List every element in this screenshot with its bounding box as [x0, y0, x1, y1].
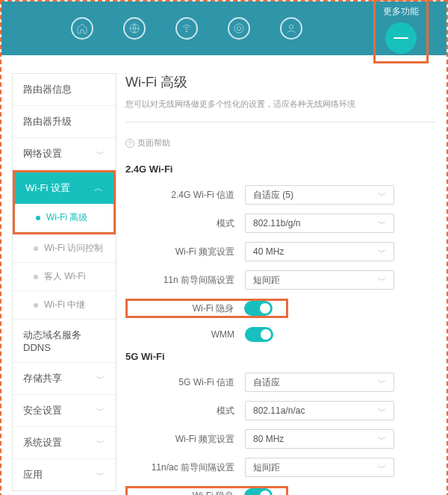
sidebar-subitem-wifi-advanced[interactable]: Wi-Fi 高级 — [15, 204, 113, 232]
select-24g-mode[interactable]: 802.11b/g/n﹀ — [245, 214, 394, 233]
main-panel: Wi-Fi 高级 您可以对无线网络做更多个性化的设置，适应各种无线网络环境 ?页… — [125, 73, 436, 495]
select-value: 802.11a/n/ac — [253, 405, 305, 416]
more-menu-button[interactable] — [385, 22, 417, 54]
toggle-5g-wifi-hide[interactable] — [244, 488, 273, 495]
select-5g-channel[interactable]: 自适应﹀ — [245, 373, 394, 392]
wifi-settings-highlight: Wi-Fi 设置︿ Wi-Fi 高级 — [13, 170, 116, 234]
chevron-down-icon: ﹀ — [96, 437, 105, 449]
chevron-down-icon: ﹀ — [96, 148, 105, 161]
sidebar-item-ddns[interactable]: 动态域名服务 DDNS — [13, 320, 116, 363]
dot-icon — [34, 246, 38, 251]
select-value: 自适应 — [253, 376, 280, 389]
chevron-down-icon: ﹀ — [378, 377, 386, 388]
chevron-down-icon: ﹀ — [96, 469, 105, 482]
svg-point-4 — [289, 25, 293, 28]
sidebar-item-label: 动态域名服务 DDNS — [23, 329, 105, 353]
top-nav: 更多功能 — [1, 1, 447, 55]
devices-icon[interactable] — [228, 17, 250, 40]
sidebar-item-label: 安全设置 — [23, 404, 62, 417]
help-label: 页面帮助 — [137, 137, 170, 149]
chevron-down-icon: ﹀ — [378, 190, 386, 201]
select-24g-preamble[interactable]: 短间距﹀ — [245, 270, 394, 290]
sidebar-item-label: Wi-Fi 中继 — [44, 299, 85, 311]
label-5g-bandwidth: Wi-Fi 频宽设置 — [125, 433, 245, 446]
chevron-down-icon: ﹀ — [378, 218, 386, 229]
chevron-up-icon: ︿ — [94, 182, 103, 195]
chevron-down-icon: ﹀ — [378, 405, 386, 417]
select-24g-channel[interactable]: 自适应 (5)﹀ — [245, 185, 394, 205]
label-24g-mode: 模式 — [125, 217, 245, 230]
svg-point-2 — [234, 24, 243, 33]
sidebar-item-label: 网络设置 — [23, 147, 62, 161]
sidebar-subitem-guest-wifi[interactable]: 客人 Wi-Fi — [13, 263, 116, 291]
sidebar-item-system[interactable]: 系统设置﹀ — [13, 427, 116, 459]
user-icon[interactable] — [280, 17, 302, 40]
label-24g-wifi-hide: Wi-Fi 隐身 — [128, 302, 244, 315]
sidebar-item-security[interactable]: 安全设置﹀ — [13, 395, 116, 427]
select-5g-preamble[interactable]: 短间距﹀ — [245, 458, 394, 477]
globe-icon[interactable] — [123, 17, 146, 40]
chevron-down-icon: ﹀ — [378, 275, 386, 286]
select-value: 80 MHz — [253, 434, 284, 444]
svg-point-3 — [237, 26, 240, 30]
chevron-down-icon: ﹀ — [378, 462, 386, 473]
sidebar-item-label: 客人 Wi-Fi — [44, 270, 85, 283]
sidebar-item-storage[interactable]: 存储共享﹀ — [13, 363, 116, 395]
chevron-down-icon: ﹀ — [378, 434, 386, 445]
sidebar-item-label: Wi-Fi 访问控制 — [44, 242, 103, 255]
chevron-down-icon: ﹀ — [378, 246, 386, 258]
sidebar-item-label: 应用 — [23, 468, 43, 482]
more-menu-highlight: 更多功能 — [373, 0, 429, 63]
home-icon[interactable] — [71, 17, 93, 40]
select-24g-bandwidth[interactable]: 40 MHz﹀ — [245, 242, 394, 261]
select-5g-bandwidth[interactable]: 80 MHz﹀ — [245, 429, 394, 449]
svg-point-1 — [186, 31, 187, 31]
sidebar-item-label: Wi-Fi 高级 — [46, 211, 87, 224]
divider — [125, 122, 436, 122]
sidebar-item-router-upgrade[interactable]: 路由器升级 — [13, 106, 116, 138]
sidebar-item-network[interactable]: 网络设置﹀ — [13, 138, 116, 170]
chevron-down-icon: ﹀ — [96, 405, 105, 417]
toggle-24g-wifi-hide[interactable] — [244, 301, 273, 316]
sidebar-item-label: 路由器信息 — [23, 83, 72, 96]
label-24g-preamble: 11n 前导间隔设置 — [125, 274, 245, 287]
sidebar-item-label: 路由器升级 — [23, 115, 72, 128]
sidebar-item-label: Wi-Fi 设置 — [25, 181, 70, 195]
label-24g-wmm: WMM — [125, 329, 245, 340]
wifi-icon[interactable] — [175, 17, 198, 40]
help-icon: ? — [125, 139, 134, 148]
label-5g-preamble: 11n/ac 前导间隔设置 — [125, 461, 245, 474]
select-value: 短间距 — [253, 461, 280, 474]
sidebar-item-router-info[interactable]: 路由器信息 — [13, 74, 116, 106]
section-title-24g: 2.4G Wi-Fi — [125, 164, 436, 175]
page-title: Wi-Fi 高级 — [125, 73, 436, 91]
more-menu-label: 更多功能 — [383, 5, 419, 18]
dot-icon — [34, 303, 38, 308]
dot-icon — [34, 275, 38, 279]
sidebar-item-label: 系统设置 — [23, 436, 62, 449]
select-value: 802.11b/g/n — [253, 218, 300, 228]
select-value: 短间距 — [253, 274, 280, 287]
dot-icon — [36, 216, 40, 220]
page-description: 您可以对无线网络做更多个性化的设置，适应各种无线网络环境 — [125, 99, 436, 110]
sidebar-subitem-wifi-access-control[interactable]: Wi-Fi 访问控制 — [13, 234, 116, 263]
sidebar-subitem-wifi-repeat[interactable]: Wi-Fi 中继 — [13, 291, 116, 320]
label-24g-bandwidth: Wi-Fi 频宽设置 — [125, 246, 245, 258]
sidebar: 路由器信息 路由器升级 网络设置﹀ Wi-Fi 设置︿ Wi-Fi 高级 Wi-… — [12, 73, 116, 491]
label-5g-mode: 模式 — [125, 405, 245, 417]
label-5g-wifi-hide: Wi-Fi 隐身 — [128, 490, 244, 496]
sidebar-item-wifi[interactable]: Wi-Fi 设置︿ — [15, 172, 113, 204]
chevron-down-icon: ﹀ — [96, 373, 105, 385]
label-24g-channel: 2.4G Wi-Fi 信道 — [125, 189, 245, 202]
toggle-24g-wmm[interactable] — [245, 327, 273, 342]
wifi-hide-24g-highlight: Wi-Fi 隐身 — [125, 299, 288, 318]
select-5g-mode[interactable]: 802.11a/n/ac﹀ — [245, 401, 394, 420]
select-value: 自适应 (5) — [253, 189, 293, 202]
sidebar-item-label: 存储共享 — [23, 372, 62, 385]
select-value: 40 MHz — [253, 246, 284, 257]
page-help-link[interactable]: ?页面帮助 — [125, 137, 436, 149]
label-5g-channel: 5G Wi-Fi 信道 — [125, 376, 245, 389]
sidebar-item-app[interactable]: 应用﹀ — [13, 459, 116, 491]
section-title-5g: 5G Wi-Fi — [125, 351, 436, 362]
hamburger-icon — [393, 37, 408, 39]
